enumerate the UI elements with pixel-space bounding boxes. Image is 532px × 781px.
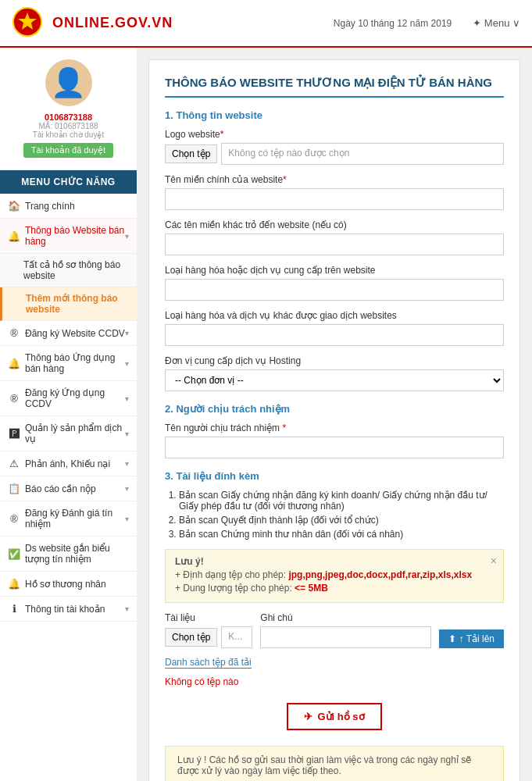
category-label: Loại hàng hóa hoặc dịch vụ cung cấp trên…: [165, 265, 504, 276]
chevron-down-icon-7: ▾: [125, 484, 129, 493]
info-icon: ℹ: [8, 603, 20, 615]
sidebar-label-trang-chinh: Trang chính: [25, 201, 129, 212]
upload-btn-col: ⬆ ↑ Tải lên: [439, 629, 504, 648]
alt-domain-label: Các tên miền khác trỏ đến website (nếu c…: [165, 219, 504, 230]
sidebar-item-phan-anh[interactable]: ⚠ Phản ánh, Khiếu nại ▾: [0, 451, 137, 476]
submit-label: Gửi hồ sơ: [317, 711, 364, 722]
upload-note-input[interactable]: [260, 626, 430, 648]
hosting-select[interactable]: -- Chọn đơn vị --: [165, 369, 504, 391]
upload-file-col: Tài liệu Chọn tệp K...: [165, 612, 252, 648]
logo-file-placeholder: Không có tệp nào được chọn: [221, 143, 504, 165]
domain-field-group: Tên miền chính của website*: [165, 174, 504, 210]
alt-domain-input[interactable]: [165, 234, 504, 255]
bell-icon-3: 🔔: [8, 578, 20, 590]
upload-note-col: Ghi chú: [260, 612, 430, 648]
header: ONLINE.GOV.VN Ngày 10 tháng 12 năm 2019 …: [0, 0, 532, 48]
bottom-notice: Lưu ý ! Các hồ sơ gửi sau thời gian làm …: [165, 746, 504, 781]
logo-file-button[interactable]: Chọn tệp: [165, 144, 217, 163]
profile-status-button[interactable]: Tài khoản đã duyệt: [23, 143, 113, 158]
sidebar-label-dang-ky-ud: Đăng ký Ứng dụng CCDV: [25, 387, 125, 409]
no-file-text: Không có tệp nào: [165, 676, 504, 687]
profile-id: 0106873188: [8, 112, 129, 122]
sidebar-label-danh-gia: Đăng ký Đánh giá tín nhiệm: [25, 508, 125, 530]
sidebar-profile: 👤 0106873188 MÃ: 0106873188 Tài khoản ch…: [0, 48, 137, 170]
header-menu[interactable]: ✦ Menu ∨: [473, 17, 520, 29]
warning-icon: ⚠: [8, 458, 20, 469]
sidebar-item-tai-khoan[interactable]: ℹ Thông tin tài khoản ▾: [0, 597, 137, 622]
category-input[interactable]: [165, 279, 504, 301]
domain-input[interactable]: [165, 188, 504, 210]
chevron-down-icon-4: ▾: [125, 394, 129, 403]
doc-item-1: Bản scan Giấy chứng nhận đăng ký kinh do…: [179, 490, 504, 512]
submit-row: ✈ Gửi hồ sơ: [165, 703, 504, 730]
header-date: Ngày 10 tháng 12 năm 2019: [334, 18, 452, 29]
sidebar-item-dang-ky-ud[interactable]: ® Đăng ký Ứng dụng CCDV ▾: [0, 381, 137, 416]
domain-label: Tên miền chính của website*: [165, 174, 504, 185]
sidebar: 👤 0106873188 MÃ: 0106873188 Tài khoản ch…: [0, 48, 137, 781]
r-circle-icon-2: ®: [8, 393, 20, 405]
upload-icon: ⬆: [448, 633, 456, 644]
avatar: 👤: [45, 59, 92, 106]
sidebar-label-thong-bao: Thông báo Website bán hàng: [25, 225, 125, 247]
form-title: THÔNG BÁO WEBSITE THƯƠNG MẠI ĐIỆN TỬ BÁN…: [165, 76, 504, 98]
responsible-input[interactable]: [165, 437, 504, 458]
sidebar-item-thong-bao-website[interactable]: 🔔 Thông báo Website bán hàng ▾: [0, 219, 137, 254]
upload-file-placeholder: K...: [221, 626, 252, 648]
main-content: THÔNG BÁO WEBSITE THƯƠNG MẠI ĐIỆN TỬ BÁN…: [137, 48, 532, 781]
alt-domain-field-group: Các tên miền khác trỏ đến website (nếu c…: [165, 219, 504, 255]
sidebar-menu-title: MENU CHỨC NĂNG: [0, 170, 137, 194]
notice-line1: + Định dạng tệp cho phép: jpg,png,jpeg,d…: [175, 569, 494, 580]
sidebar-item-ds-website[interactable]: ✅ Ds website gắn biểu tượng tín nhiệm: [0, 537, 137, 572]
tai-lieu-label: Tài liệu: [165, 612, 252, 623]
other-category-field-group: Loại hàng hóa và dịch vụ khác được giao …: [165, 310, 504, 346]
responsible-field-group: Tên người chịu trách nhiệm *: [165, 423, 504, 458]
notice-line2: + Dung lượng tệp cho phép: <= 5MB: [175, 583, 494, 594]
sidebar-item-trang-chinh[interactable]: 🏠 Trang chính: [0, 194, 137, 219]
ghi-chu-label: Ghi chú: [260, 612, 430, 623]
upload-file-button[interactable]: Chọn tệp: [165, 628, 217, 647]
upload-button[interactable]: ⬆ ↑ Tải lên: [439, 629, 504, 648]
chevron-down-icon-5: ▾: [125, 430, 129, 438]
chevron-down-icon-6: ▾: [125, 459, 129, 468]
sidebar-subitem-them-moi[interactable]: Thêm mới thông báo website: [0, 287, 137, 321]
upload-label-text: ↑ Tải lên: [459, 633, 495, 644]
submit-button[interactable]: ✈ Gửi hồ sơ: [287, 703, 381, 730]
sidebar-item-ung-dung[interactable]: 🔔 Thông báo Ứng dụng bán hàng ▾: [0, 346, 137, 381]
bell-icon-1: 🔔: [8, 230, 20, 242]
section-3-title: 3. Tài liệu đính kèm: [165, 470, 504, 482]
sidebar-item-bao-cao[interactable]: 📋 Báo cáo cần nộp ▾: [0, 476, 137, 501]
home-icon: 🏠: [8, 200, 20, 212]
hosting-field-group: Đơn vị cung cấp dịch vụ Hosting -- Chọn …: [165, 355, 504, 391]
header-logo: [12, 6, 43, 40]
p-circle-icon: 🅿: [8, 428, 20, 440]
logo-field-group: Logo website* Chọn tệp Không có tệp nào …: [165, 129, 504, 165]
sidebar-sub-label-them-moi: Thêm mới thông báo website: [26, 293, 118, 315]
sidebar-label-dang-ky-ccdv: Đăng ký Website CCDV: [25, 328, 125, 339]
clipboard-icon: 📋: [8, 483, 20, 494]
logo-label: Logo website*: [165, 129, 504, 140]
sidebar-item-dang-ky-ccdv[interactable]: ® Đăng ký Website CCDV ▾: [0, 321, 137, 346]
sidebar-item-ho-so[interactable]: 🔔 Hồ sơ thương nhân: [0, 572, 137, 597]
notice-title: Lưu ý!: [175, 556, 494, 567]
sidebar-item-dang-ky-danh-gia[interactable]: ® Đăng ký Đánh giá tín nhiệm ▾: [0, 501, 137, 537]
chevron-down-icon-2: ▾: [125, 329, 129, 337]
check-icon: ✅: [8, 548, 20, 560]
sidebar-item-quan-ly[interactable]: 🅿 Quản lý sản phẩm dịch vụ ▾: [0, 416, 137, 451]
other-category-label: Loại hàng hóa và dịch vụ khác được giao …: [165, 310, 504, 321]
category-field-group: Loại hàng hóa hoặc dịch vụ cung cấp trên…: [165, 265, 504, 301]
logo-file-row: Chọn tệp Không có tệp nào được chọn: [165, 143, 504, 165]
form-card: THÔNG BÁO WEBSITE THƯƠNG MẠI ĐIỆN TỬ BÁN…: [148, 59, 520, 781]
avatar-icon: 👤: [51, 66, 86, 99]
file-list-link[interactable]: Danh sách tệp đã tải: [165, 657, 252, 669]
notice-close-button[interactable]: ×: [491, 555, 497, 567]
r-circle-icon-3: ®: [8, 513, 20, 525]
sidebar-subitem-tat-ca[interactable]: Tất cả hồ sơ thông báo website: [0, 254, 137, 287]
section-2-title: 2. Người chịu trách nhiệm: [165, 403, 504, 415]
sidebar-label-ho-so: Hồ sơ thương nhân: [25, 579, 129, 590]
doc-item-2: Bản scan Quyết định thành lập (đối với t…: [179, 515, 504, 526]
responsible-label: Tên người chịu trách nhiệm *: [165, 423, 504, 433]
chevron-down-icon-9: ▾: [125, 604, 129, 613]
doc-item-3: Bản scan Chứng minh thư nhân dân (đối vớ…: [179, 529, 504, 540]
chevron-down-icon-1: ▾: [125, 232, 129, 241]
other-category-input[interactable]: [165, 324, 504, 346]
